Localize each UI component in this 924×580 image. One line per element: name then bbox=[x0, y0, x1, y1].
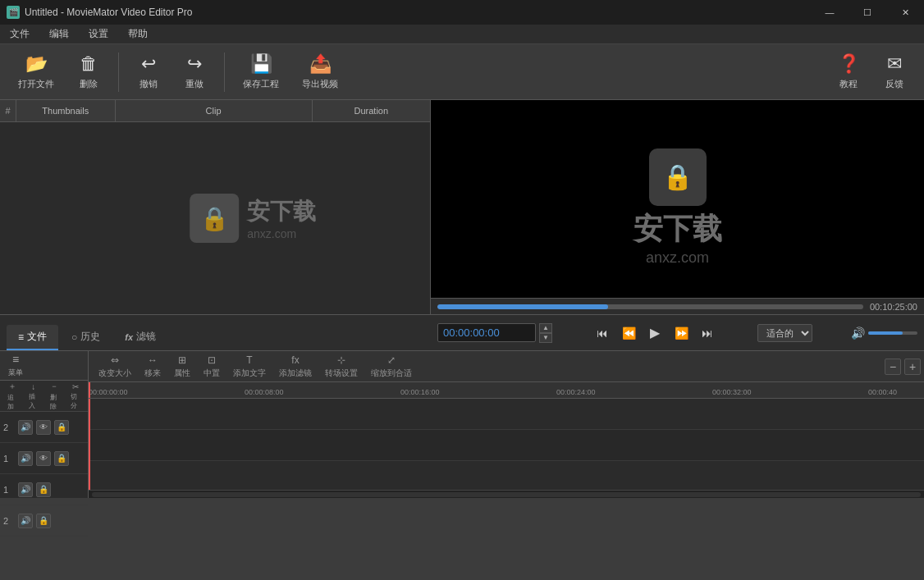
filter-tab-icon: fx bbox=[125, 332, 133, 342]
save-project-button[interactable]: 💾 保存工程 bbox=[235, 48, 287, 95]
timeline-tracks bbox=[89, 399, 924, 490]
track-lock-2v-button[interactable]: 🔒 bbox=[54, 420, 69, 435]
total-time-label: 00:10:25:00 bbox=[870, 302, 917, 312]
track-lock-1v-button[interactable]: 🔒 bbox=[54, 451, 69, 466]
timeline-header-tools: ⇔ 改变大小 ↔ 移来 ⊞ 属性 ⊡ 中置 T 添加文字 bbox=[89, 353, 881, 381]
preview-progress-bar: 00:10:25:00 bbox=[431, 298, 924, 314]
last-frame-button[interactable]: ⏭ bbox=[696, 322, 719, 345]
add-text-button[interactable]: T 添加文字 bbox=[230, 353, 269, 381]
play-button[interactable]: ▶ bbox=[643, 322, 666, 345]
zoom-out-button[interactable]: − bbox=[885, 359, 901, 375]
toolbar-separator-1 bbox=[118, 53, 119, 92]
move-button[interactable]: ↔ 移来 bbox=[141, 353, 164, 381]
maximize-button[interactable]: ☐ bbox=[849, 0, 886, 25]
time-decrement-button[interactable]: ▼ bbox=[539, 333, 552, 343]
export-icon: 📤 bbox=[309, 53, 332, 75]
timeline-scrollbar[interactable] bbox=[89, 490, 924, 498]
tab-filter[interactable]: fx 滤镜 bbox=[113, 325, 167, 350]
tutorial-icon: ❓ bbox=[838, 53, 860, 75]
ruler-marks: 00:00:00:00 00:00:08:00 00:00:16:00 00:0… bbox=[89, 382, 924, 398]
timeline-toolbar-row: ＋ 追加 ↓ 插入 － 删除 ✂ 切分 bbox=[0, 381, 88, 412]
menu-edit[interactable]: 编辑 bbox=[46, 25, 72, 43]
cut-clip-button[interactable]: ✂ 切分 bbox=[68, 381, 83, 411]
first-frame-button[interactable]: ⏮ bbox=[591, 322, 614, 345]
col-num: # bbox=[0, 100, 16, 121]
menu-settings[interactable]: 设置 bbox=[85, 25, 112, 43]
remove-clip-button[interactable]: － 删除 bbox=[48, 380, 62, 412]
watermark-text: 安下载 anxz.com bbox=[247, 196, 316, 240]
preview-watermark: 🔒 安下载 anxz.com bbox=[634, 148, 722, 267]
undo-button[interactable]: ↩ 撤销 bbox=[129, 48, 168, 95]
track-audio-2a-button[interactable]: 🔊 bbox=[18, 514, 33, 528]
volume-slider[interactable] bbox=[868, 331, 917, 335]
redo-button[interactable]: ↪ 重做 bbox=[175, 48, 214, 95]
center-button[interactable]: ⊡ 中置 bbox=[200, 353, 223, 381]
progress-track[interactable] bbox=[437, 304, 863, 309]
history-tab-icon: ○ bbox=[71, 331, 77, 343]
track-visible-1v-button[interactable]: 👁 bbox=[36, 451, 51, 466]
redo-icon: ↪ bbox=[187, 53, 202, 75]
right-tabs: ▲ ▼ ⏮ ⏪ ▶ ⏩ ⏭ 适合的 100% 50% 25% 🔊 bbox=[431, 315, 924, 350]
time-input[interactable] bbox=[437, 323, 536, 342]
track-row-1a bbox=[89, 461, 924, 490]
export-video-button[interactable]: 📤 导出视频 bbox=[294, 48, 346, 95]
track-audio-2v-button[interactable]: 🔊 bbox=[18, 420, 33, 435]
ruler-mark-2: 00:00:16:00 bbox=[400, 388, 556, 396]
fit-timeline-button[interactable]: ⤢ 缩放到合适 bbox=[368, 353, 415, 381]
delete-icon: 🗑 bbox=[80, 53, 98, 75]
preview-panel: 🔒 安下载 anxz.com 00:10:25:00 bbox=[431, 100, 924, 314]
tab-file[interactable]: ≡ 文件 bbox=[7, 325, 58, 350]
tab-history[interactable]: ○ 历史 bbox=[60, 325, 112, 350]
track-lock-2a-button[interactable]: 🔒 bbox=[36, 514, 51, 528]
window-title: Untitled - MovieMator Video Editor Pro bbox=[25, 7, 917, 18]
track-row-1v bbox=[89, 430, 924, 461]
insert-clip-button[interactable]: ↓ 插入 bbox=[26, 381, 41, 411]
transition-icon: ⊹ bbox=[337, 354, 345, 366]
redo-label: 重做 bbox=[185, 78, 204, 90]
filter-icon: fx bbox=[291, 354, 299, 366]
menu-tl-button[interactable]: ≡ 菜单 bbox=[5, 351, 26, 380]
clip-attr-button[interactable]: ⊞ 属性 bbox=[171, 353, 194, 381]
scrollbar-track bbox=[92, 492, 921, 497]
tutorial-button[interactable]: ❓ 教程 bbox=[829, 48, 868, 95]
track-num-1v: 1 bbox=[3, 454, 15, 464]
zoom-in-button[interactable]: + bbox=[904, 359, 921, 375]
menu-help[interactable]: 帮助 bbox=[125, 25, 151, 43]
track-audio-1v-button[interactable]: 🔊 bbox=[18, 451, 33, 466]
open-file-button[interactable]: 📂 打开文件 bbox=[10, 48, 62, 95]
delete-button[interactable]: 🗑 删除 bbox=[69, 48, 108, 95]
transition-button[interactable]: ⊹ 转场设置 bbox=[322, 353, 361, 381]
minimize-button[interactable]: — bbox=[811, 0, 849, 25]
timeline-ruler[interactable]: 00:00:00:00 00:00:08:00 00:00:16:00 00:0… bbox=[89, 382, 924, 399]
time-spinners: ▲ ▼ bbox=[539, 323, 552, 343]
file-tab-icon: ≡ bbox=[18, 331, 24, 343]
watermark-icon: 🔒 bbox=[190, 194, 239, 243]
playhead-line bbox=[89, 399, 90, 490]
filter-tab-label: 滤镜 bbox=[136, 330, 156, 344]
track-controls: 2 🔊 👁 🔒 1 🔊 👁 🔒 1 🔊 🔒 2 🔊 bbox=[0, 412, 88, 537]
resize-button[interactable]: ⇔ 改变大小 bbox=[95, 353, 135, 381]
fit-select[interactable]: 适合的 100% 50% 25% bbox=[757, 324, 812, 342]
track-lock-1a-button[interactable]: 🔒 bbox=[36, 482, 51, 497]
track-visible-2v-button[interactable]: 👁 bbox=[36, 420, 51, 435]
close-button[interactable]: ✕ bbox=[886, 0, 924, 25]
open-icon: 📂 bbox=[25, 53, 48, 75]
track-num-2v: 2 bbox=[3, 422, 15, 432]
add-filter-button[interactable]: fx 添加滤镜 bbox=[276, 353, 315, 381]
time-increment-button[interactable]: ▲ bbox=[539, 323, 552, 333]
rewind-button[interactable]: ⏪ bbox=[617, 322, 640, 345]
save-icon: 💾 bbox=[250, 53, 272, 75]
feedback-label: 反馈 bbox=[885, 78, 903, 90]
forward-button[interactable]: ⏩ bbox=[670, 322, 693, 345]
feedback-button[interactable]: ✉ 反馈 bbox=[875, 48, 914, 95]
preview-video: 🔒 安下载 anxz.com bbox=[431, 100, 924, 298]
menu-file[interactable]: 文件 bbox=[7, 25, 33, 43]
clip-body: 🔒 安下载 anxz.com bbox=[0, 122, 430, 314]
col-thumbnails: Thumbnails bbox=[16, 100, 116, 121]
menubar: 文件 编辑 设置 帮助 bbox=[0, 25, 924, 44]
add-clip-button[interactable]: ＋ 追加 bbox=[5, 380, 20, 412]
remove-icon: － bbox=[50, 381, 58, 392]
track-audio-1a-button[interactable]: 🔊 bbox=[18, 482, 33, 497]
window-controls: — ☐ ✕ bbox=[811, 0, 924, 25]
track-control-2-audio: 2 🔊 🔒 bbox=[0, 505, 88, 537]
